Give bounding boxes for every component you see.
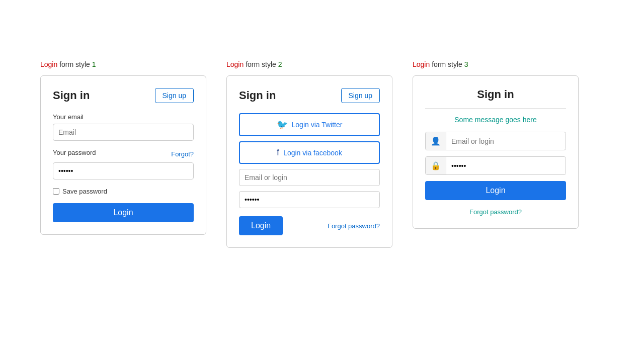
- card-style-3: Sign in Some message goes here 👤 🔒 Login…: [413, 75, 579, 229]
- email-input-1[interactable]: [53, 124, 194, 141]
- sign-in-title-3: Sign in: [425, 88, 566, 101]
- style2-bottom-row: Login Forgot password?: [239, 216, 380, 235]
- style2-inputs: [239, 169, 380, 208]
- card-1-header: Sign in Sign up: [53, 88, 194, 103]
- facebook-login-button[interactable]: f Login via facebook: [239, 141, 380, 164]
- password-icon-row: 🔒: [425, 156, 566, 175]
- forgot-center-3: Forgot password?: [425, 207, 566, 216]
- sign-up-button-1[interactable]: Sign up: [155, 88, 194, 103]
- password-label-1: Your password: [53, 149, 96, 156]
- sign-up-button-2[interactable]: Sign up: [341, 88, 380, 103]
- form-3-label: Login form style 3: [413, 60, 579, 68]
- form-2-label: Login form style 2: [226, 60, 392, 68]
- twitter-login-button[interactable]: 🐦 Login via Twitter: [239, 113, 380, 136]
- save-password-row: Save password: [53, 188, 194, 195]
- label-number-2: 2: [278, 60, 282, 68]
- save-password-checkbox[interactable]: [53, 188, 59, 195]
- facebook-btn-label: Login via facebook: [283, 149, 342, 157]
- card-style-1: Sign in Sign up Your email Your password…: [40, 75, 206, 235]
- form-style-3-wrapper: Login form style 3 Sign in Some message …: [413, 60, 579, 229]
- card-2-header: Sign in Sign up: [239, 88, 380, 103]
- password-row-1: Your password Forgot?: [53, 149, 194, 159]
- label-login-1: Login: [40, 60, 57, 68]
- divider-3: [425, 108, 566, 109]
- form-1-label: Login form style 1: [40, 60, 206, 68]
- save-password-label: Save password: [62, 188, 107, 195]
- form-style-2-wrapper: Login form style 2 Sign in Sign up 🐦 Log…: [226, 60, 392, 248]
- label-login-3: Login: [413, 60, 430, 68]
- forgot-link-1[interactable]: Forgot?: [171, 150, 194, 158]
- label-login-2: Login: [226, 60, 244, 68]
- login-button-1[interactable]: Login: [53, 203, 194, 222]
- sign-in-title-1: Sign in: [53, 89, 90, 102]
- label-form-3: form style: [430, 60, 464, 68]
- password-input-3[interactable]: [446, 158, 566, 174]
- label-number-3: 3: [464, 60, 468, 68]
- twitter-btn-label: Login via Twitter: [292, 121, 343, 129]
- sign-in-title-2: Sign in: [239, 89, 276, 102]
- label-number-1: 1: [92, 60, 96, 68]
- label-form-2: form style: [244, 60, 278, 68]
- forgot-link-2[interactable]: Forgot password?: [328, 222, 380, 230]
- user-icon: 👤: [426, 132, 446, 150]
- card-style-2: Sign in Sign up 🐦 Login via Twitter f Lo…: [226, 75, 392, 248]
- email-input-3[interactable]: [446, 133, 566, 149]
- login-button-3[interactable]: Login: [425, 181, 566, 200]
- login-button-2[interactable]: Login: [239, 216, 283, 235]
- password-input-2[interactable]: [239, 191, 380, 208]
- password-field-group-1: Your password Forgot?: [53, 149, 194, 179]
- email-field-group-1: Your email: [53, 113, 194, 141]
- lock-icon: 🔒: [426, 157, 446, 174]
- email-input-2[interactable]: [239, 169, 380, 186]
- email-icon-row: 👤: [425, 132, 566, 150]
- forgot-link-3[interactable]: Forgot password?: [469, 208, 522, 216]
- some-message: Some message goes here: [425, 116, 566, 124]
- email-label-1: Your email: [53, 113, 194, 121]
- password-input-1[interactable]: [53, 162, 194, 179]
- twitter-icon: 🐦: [277, 119, 288, 130]
- label-form-1: form style: [57, 60, 92, 68]
- form-style-1-wrapper: Login form style 1 Sign in Sign up Your …: [40, 60, 206, 235]
- facebook-icon: f: [277, 147, 279, 158]
